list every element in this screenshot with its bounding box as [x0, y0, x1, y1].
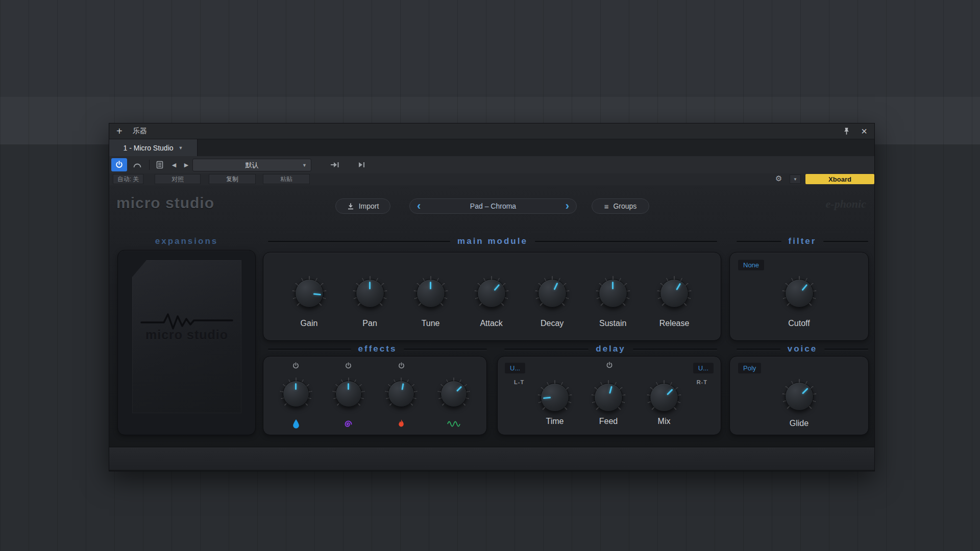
chevron-left-icon[interactable]: ‹ [417, 201, 421, 212]
preset-dropdown[interactable]: 默认 ▼ [192, 159, 311, 171]
power-icon[interactable] [398, 362, 405, 370]
feed-knob[interactable] [594, 383, 623, 412]
plugin-toolbar: ◀ ▶ 默认 ▼ [109, 156, 874, 174]
plugin-logo: micro studio [116, 194, 214, 212]
section-title-filter: filter [737, 236, 868, 246]
knob-label: Glide [790, 419, 808, 428]
knob-pan: Pan [356, 279, 384, 328]
divider-line [633, 348, 717, 350]
divider-line [824, 348, 868, 350]
preset-name[interactable]: Pad – Chroma [470, 202, 516, 210]
delay-right-sub-label: R-T [697, 379, 707, 385]
knob-label: Attack [480, 319, 502, 328]
knob-label: Tune [422, 319, 440, 328]
decay-knob[interactable] [538, 279, 567, 308]
settings-dropdown[interactable]: ▼ [790, 174, 801, 184]
knob-label: Sustain [599, 319, 626, 328]
cutoff-knob[interactable] [785, 279, 814, 308]
knob-label: Pan [362, 319, 377, 328]
attack-knob[interactable] [477, 279, 506, 308]
divider-line [737, 348, 780, 350]
expansions-panel: micro studio [117, 250, 256, 435]
delay-right-type-selector[interactable]: U... [693, 363, 714, 373]
effect-swirl-knob[interactable] [335, 381, 362, 407]
section-title-effects: effects [268, 344, 487, 354]
paste-button[interactable]: 粘贴 [263, 174, 310, 184]
compare-button[interactable]: 对照 [155, 174, 201, 184]
next-preset-button[interactable]: ▶ [181, 158, 192, 171]
instrument-selector[interactable]: 1 - Micro Studio ▼ [109, 139, 198, 156]
knob-label: Gain [301, 319, 318, 328]
expansion-card[interactable]: micro studio [132, 260, 241, 413]
knob-label: Cutoff [788, 319, 810, 328]
delay-left-type-selector[interactable]: U... [505, 363, 525, 373]
automation-mode-button[interactable]: 自动: 关 [113, 174, 143, 184]
wave-icon [447, 419, 460, 429]
brand-logo: e-phonic [826, 197, 866, 211]
release-knob[interactable] [660, 279, 689, 308]
xboard-button[interactable]: Xboard [805, 174, 874, 184]
add-instrument-icon[interactable]: + [116, 126, 122, 136]
divider-line [268, 348, 351, 350]
divider-line [268, 241, 450, 242]
effects-panel [263, 356, 487, 435]
daw-background: + 乐器 × 1 - Micro Studio ▼ [0, 0, 980, 551]
titlebar-left: + 乐器 [116, 126, 147, 136]
divider-line [504, 348, 589, 350]
knob-tune: Tune [416, 279, 445, 328]
knob-label: Release [659, 319, 690, 328]
divider-line [404, 348, 487, 350]
effect-flame-knob[interactable] [388, 381, 414, 407]
preset-list-icon[interactable] [153, 158, 166, 171]
copy-button[interactable]: 复制 [209, 174, 256, 184]
toolbar-divider [149, 160, 150, 170]
main-module-title: main module [457, 236, 528, 246]
chevron-right-icon[interactable]: › [566, 201, 569, 212]
effect-water-knob[interactable] [283, 381, 309, 407]
plugin-power-button[interactable] [111, 158, 127, 171]
pan-knob[interactable] [356, 279, 384, 308]
glide-knob[interactable] [785, 382, 814, 411]
voice-mode-selector[interactable]: Poly [738, 363, 761, 373]
knob-decay: Decay [538, 279, 567, 328]
gain-knob[interactable] [295, 279, 324, 308]
section-title-expansions: expansions [117, 236, 256, 246]
gear-icon[interactable]: ⚙ [775, 174, 782, 182]
mix-knob[interactable] [650, 383, 678, 412]
effect-wave-knob[interactable] [440, 381, 467, 407]
pin-icon[interactable] [843, 127, 850, 135]
effect-slot-swirl [327, 357, 370, 435]
groups-button[interactable]: ≡ Groups [592, 198, 649, 214]
sustain-knob[interactable] [599, 279, 627, 308]
tune-knob[interactable] [416, 279, 445, 308]
instrument-tab-row: 1 - Micro Studio ▼ [109, 139, 874, 157]
knob-sustain: Sustain [599, 279, 627, 328]
preset-navigator: ‹ Pad – Chroma › [409, 198, 577, 214]
filter-type-selector[interactable]: None [738, 260, 764, 270]
automation-curve-icon[interactable] [129, 158, 145, 171]
download-icon [347, 203, 354, 210]
flame-icon [397, 419, 405, 429]
power-icon[interactable] [292, 362, 299, 370]
knob-cutoff: Cutoff [785, 279, 814, 328]
delay-title: delay [596, 344, 625, 354]
previous-preset-button[interactable]: ◀ [168, 158, 180, 171]
delay-left-sub-label: L-T [514, 379, 524, 385]
chevron-down-icon: ▼ [793, 177, 797, 182]
skip-to-end-icon[interactable] [355, 159, 370, 170]
time-knob[interactable] [541, 383, 569, 412]
knob-time: Time [537, 383, 573, 426]
divider-line [737, 241, 781, 242]
close-icon[interactable]: × [861, 126, 867, 136]
power-icon[interactable] [345, 362, 352, 370]
knob-label: Time [546, 417, 564, 426]
window-title: 乐器 [133, 127, 147, 136]
section-title-delay: delay [504, 344, 717, 354]
power-icon[interactable] [606, 362, 612, 369]
micro-studio-plugin: micro studio e-phonic Import ‹ Pad – Chr… [109, 185, 874, 471]
follow-arrow-icon[interactable] [328, 159, 342, 170]
import-button[interactable]: Import [335, 198, 390, 214]
knob-attack: Attack [477, 279, 506, 328]
instrument-plugin-window: + 乐器 × 1 - Micro Studio ▼ [109, 123, 875, 471]
voice-title: voice [788, 344, 817, 354]
